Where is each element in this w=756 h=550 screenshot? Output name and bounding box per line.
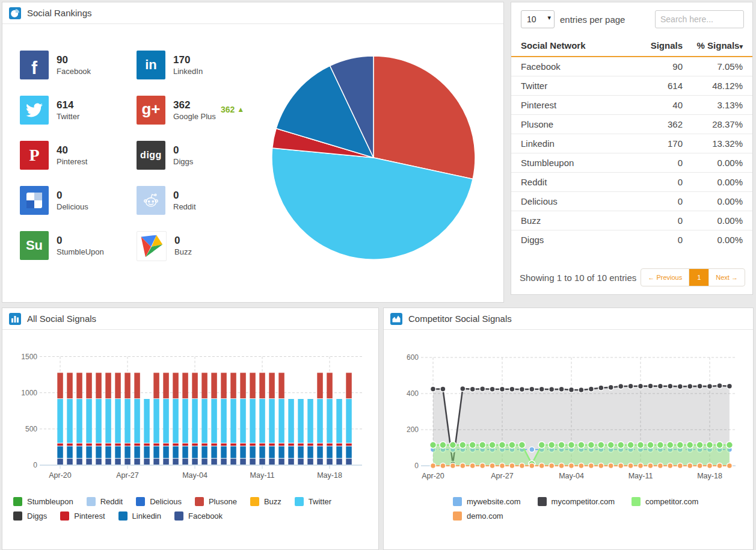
point-competitor-apr-29 [518,442,525,448]
point-competitor-may-20 [726,442,733,448]
tile-value: 40 [57,144,87,156]
point-demo-may-13 [657,463,663,469]
point-competitor-may-16 [687,442,693,448]
bar-segment-linkedin-may-02 [173,446,179,459]
cell-signals: 170 [635,138,683,149]
legend-swatch [250,497,259,506]
point-competitor-may-01 [538,442,545,448]
point-mycompetitor-may-20 [727,383,732,389]
legend-item-pinterest[interactable]: Pinterest [60,511,105,521]
bar-segment-linkedin-may-14 [288,446,294,459]
bar-segment-linkedin-apr-27 [124,446,131,459]
googleplus-icon: g+ [137,96,165,125]
bar-segment-pinterest-apr-25 [105,443,111,446]
bar-segment-twitter-may-12 [269,399,275,443]
point-mycompetitor-may-14 [668,383,673,389]
point-mycompetitor-apr-23 [460,386,466,391]
bar-segment-twitter-may-11 [259,399,265,443]
legend-item-twitter[interactable]: Twitter [295,497,331,506]
svg-text:1500: 1500 [21,353,37,361]
legend-item-competitor-com[interactable]: competitor.com [632,497,698,506]
cell-signals: 0 [635,215,683,226]
bar-segment-linkedin-may-10 [250,446,256,459]
bar-segment-plusone-apr-24 [96,373,102,399]
panel-all-social-signals: All Social Signals 050010001500Apr-20Apr… [2,307,379,550]
point-demo-apr-26 [490,463,495,469]
legend-item-diggs[interactable]: Diggs [13,511,47,521]
bar-segment-pinterest-apr-24 [96,443,102,446]
svg-text:0: 0 [33,461,37,469]
point-mycompetitor-may-11 [638,383,644,389]
cell-signals: 614 [635,81,683,91]
bar-segment-linkedin-may-03 [182,446,188,459]
next-page-button[interactable]: Next → [708,269,745,286]
social-tile-linkedin[interactable]: in170LinkedIn [137,51,251,79]
bar-segment-plusone-may-10 [250,373,256,399]
search-input[interactable] [655,10,744,28]
legend-label: competitor.com [645,497,698,506]
bar-segment-facebook-apr-26 [115,459,121,465]
point-competitor-may-03 [558,442,565,448]
column-header-signals[interactable]: Signals [635,40,683,51]
previous-page-button[interactable]: ← Previous [641,269,689,286]
legend-item-linkedin[interactable]: Linkedin [118,511,161,521]
social-tile-twitter[interactable]: 614Twitter [20,96,134,125]
point-demo-may-19 [717,463,722,469]
pagination: ← Previous 1 Next → [641,268,745,286]
page-1-button[interactable]: 1 [689,269,708,286]
social-tile-stumbleupon[interactable]: Su0StumbleUpon [20,231,134,260]
legend-swatch [174,511,183,521]
cell-network: Reddit [521,177,635,187]
point-demo-may-05 [579,463,584,469]
social-tile-buzz[interactable]: 0Buzz [137,231,251,260]
stumbleupon-icon: Su [20,231,49,260]
legend-swatch [118,511,128,521]
bar-segment-twitter-may-20 [346,399,352,443]
entries-per-page-select[interactable]: 10 [521,10,555,28]
legend-item-plusone[interactable]: Plusone [195,497,237,506]
bar-segment-linkedin-may-07 [221,446,227,459]
tile-label: Facebook [57,66,91,76]
legend-item-delicious[interactable]: Delicious [136,497,182,506]
social-tile-facebook[interactable]: f90Facebook [20,51,134,79]
tile-label: Reddit [173,202,196,212]
social-tile-diggs[interactable]: digg0Diggs [137,141,251,170]
bar-segment-twitter-may-14 [288,399,294,443]
point-demo-may-08 [608,463,613,469]
point-mycompetitor-may-15 [677,384,683,389]
bar-segment-facebook-apr-28 [134,459,140,465]
bar-segment-linkedin-may-15 [298,446,304,459]
svg-text:May-11: May-11 [628,472,653,480]
column-header-pct-signals[interactable]: % Signals▾ [683,40,743,51]
bar-segment-facebook-apr-29 [144,459,150,465]
bar-segment-plusone-may-07 [221,373,227,399]
legend-label: Diggs [27,511,47,521]
legend-item-stumbleupon[interactable]: Stumbleupon [13,497,73,506]
bar-segment-pinterest-may-15 [298,443,304,446]
legend-item-facebook[interactable]: Facebook [174,511,223,521]
sort-desc-icon: ▾ [739,43,743,50]
legend-item-reddit[interactable]: Reddit [87,497,123,506]
panel-header: All Social Signals [2,308,378,330]
legend-item-mycompetitor-com[interactable]: mycompetitor.com [538,497,615,506]
pie-slice-linkedin [276,66,373,158]
social-tile-reddit[interactable]: 0Reddit [137,186,251,215]
legend-item-demo-com[interactable]: demo.com [453,511,503,521]
bar-segment-twitter-may-06 [211,399,217,443]
legend-item-buzz[interactable]: Buzz [250,497,281,506]
legend-item-mywebsite-com[interactable]: mywebsite.com [453,497,521,506]
bar-segment-plusone-apr-26 [115,373,121,399]
bar-segment-plusone-may-17 [317,373,323,399]
point-mycompetitor-may-07 [598,385,604,391]
bar-segment-pinterest-may-20 [346,443,352,446]
social-tile-delicious[interactable]: 0Delicious [20,186,134,215]
bar-segment-plusone-may-03 [182,373,188,399]
legend-label: Buzz [264,497,281,506]
point-mycompetitor-apr-29 [519,387,524,392]
social-tile-pinterest[interactable]: P40Pinterest [20,141,134,170]
panel-title: All Social Signals [27,314,96,324]
point-demo-may-01 [539,463,544,469]
column-header-social-network[interactable]: Social Network [521,40,635,51]
entries-per-page-label: entries per page [560,14,625,25]
point-competitor-may-15 [677,442,683,448]
